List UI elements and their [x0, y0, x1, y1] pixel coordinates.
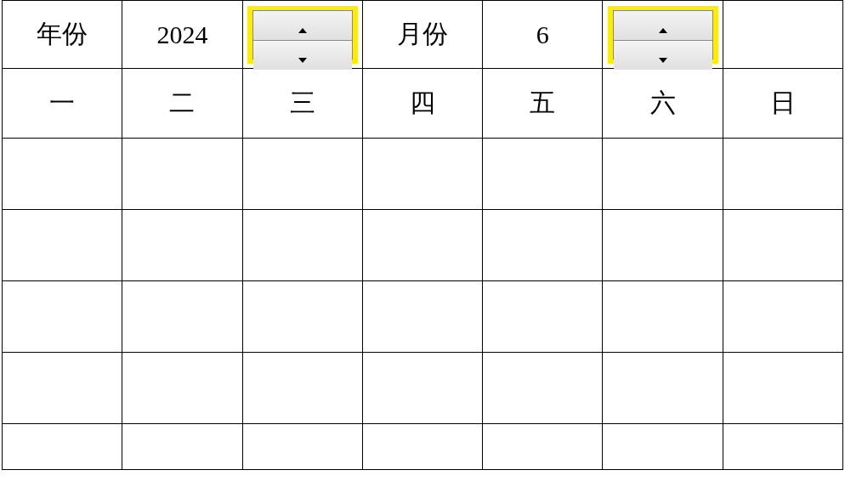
day-cell[interactable] [3, 424, 122, 470]
day-cell[interactable] [3, 281, 122, 353]
day-cell[interactable] [603, 424, 723, 470]
header-row: 年份 2024 [3, 1, 843, 69]
day-cell[interactable] [363, 139, 483, 210]
day-cell[interactable] [243, 139, 363, 210]
month-spinner-highlight [608, 6, 718, 64]
day-cell[interactable] [603, 353, 723, 424]
month-spinner-down[interactable] [614, 41, 712, 70]
day-cell[interactable] [723, 353, 843, 424]
weekday-fri: 五 [483, 69, 603, 139]
day-cell[interactable] [122, 139, 242, 210]
svg-marker-1 [298, 58, 307, 63]
weekday-label: 二 [169, 86, 195, 121]
svg-marker-3 [659, 58, 667, 63]
weekday-label: 一 [49, 86, 75, 121]
week-row-4 [3, 353, 843, 424]
weekday-label: 四 [410, 86, 435, 121]
weekday-sun: 日 [723, 69, 843, 139]
day-cell[interactable] [483, 353, 603, 424]
weekday-row: 一 二 三 四 五 六 日 [3, 69, 843, 139]
week-row-2 [3, 210, 843, 281]
day-cell[interactable] [363, 281, 483, 353]
day-cell[interactable] [723, 424, 843, 470]
day-cell[interactable] [363, 424, 483, 470]
day-cell[interactable] [122, 424, 242, 470]
week-row-3 [3, 281, 843, 353]
weekday-label: 五 [530, 86, 555, 121]
chevron-down-icon [658, 41, 668, 70]
day-cell[interactable] [363, 210, 483, 281]
day-cell[interactable] [3, 210, 122, 281]
day-cell[interactable] [363, 353, 483, 424]
day-cell[interactable] [723, 139, 843, 210]
year-label: 年份 [37, 17, 88, 52]
chevron-down-icon [298, 41, 308, 70]
year-spinner-down[interactable] [253, 41, 352, 70]
day-cell[interactable] [243, 424, 363, 470]
year-spinner-highlight [247, 6, 358, 64]
day-cell[interactable] [603, 281, 723, 353]
weekday-tue: 二 [122, 69, 242, 139]
year-value: 2024 [156, 20, 207, 49]
calendar-container: 年份 2024 [2, 0, 843, 470]
week-row-1 [3, 139, 843, 210]
weekday-wed: 三 [243, 69, 363, 139]
day-cell[interactable] [122, 353, 242, 424]
month-label: 月份 [397, 17, 448, 52]
day-cell[interactable] [3, 139, 122, 210]
day-cell[interactable] [483, 210, 603, 281]
day-cell[interactable] [723, 210, 843, 281]
week-row-5 [3, 424, 843, 470]
weekday-mon: 一 [3, 69, 122, 139]
month-spinner-cell [603, 1, 723, 69]
svg-marker-2 [659, 28, 667, 33]
day-cell[interactable] [483, 281, 603, 353]
year-spinner[interactable] [252, 10, 353, 59]
weekday-label: 日 [770, 86, 796, 121]
day-cell[interactable] [483, 424, 603, 470]
weekday-label: 六 [650, 86, 676, 121]
chevron-up-icon [658, 11, 668, 40]
day-cell[interactable] [3, 353, 122, 424]
chevron-up-icon [298, 11, 308, 40]
day-cell[interactable] [243, 353, 363, 424]
month-value-cell: 6 [483, 1, 603, 69]
day-cell[interactable] [122, 281, 242, 353]
weekday-sat: 六 [603, 69, 723, 139]
day-cell[interactable] [603, 210, 723, 281]
month-label-cell: 月份 [363, 1, 483, 69]
month-spinner-up[interactable] [614, 11, 712, 41]
year-spinner-up[interactable] [253, 11, 352, 41]
day-cell[interactable] [483, 139, 603, 210]
day-cell[interactable] [243, 281, 363, 353]
day-cell[interactable] [603, 139, 723, 210]
year-spinner-cell [243, 1, 363, 69]
svg-marker-0 [298, 28, 307, 33]
weekday-label: 三 [290, 86, 315, 121]
month-spinner[interactable] [613, 10, 713, 59]
weekday-thu: 四 [363, 69, 483, 139]
year-value-cell: 2024 [122, 1, 242, 69]
day-cell[interactable] [122, 210, 242, 281]
day-cell[interactable] [723, 281, 843, 353]
month-value: 6 [536, 20, 549, 49]
day-cell[interactable] [243, 210, 363, 281]
year-label-cell: 年份 [3, 1, 122, 69]
header-empty-cell [723, 1, 843, 69]
